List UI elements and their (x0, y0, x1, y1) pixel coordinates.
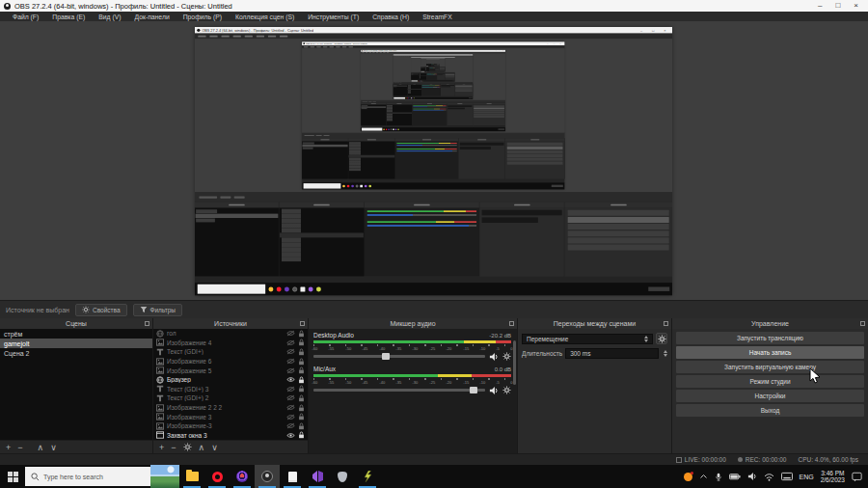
lock-icon[interactable] (298, 394, 305, 402)
volume-icon[interactable] (747, 472, 757, 481)
eye-hidden-icon[interactable] (286, 404, 295, 411)
channel-gear-icon[interactable] (502, 386, 511, 394)
language-indicator[interactable]: ENG (800, 474, 814, 480)
taskbar-app-visual-studio[interactable] (305, 465, 330, 488)
remove-scene-button[interactable]: − (17, 443, 22, 452)
source-row[interactable]: Изображение 5 (153, 366, 308, 375)
menu-item[interactable]: Правка (E) (45, 14, 92, 20)
menu-item[interactable]: Справка (H) (366, 14, 416, 20)
taskbar-app-opera[interactable] (204, 465, 230, 488)
duration-stepper[interactable] (664, 350, 667, 357)
weather-widget[interactable] (150, 465, 179, 488)
eye-hidden-icon[interactable] (286, 339, 295, 346)
scene-down-button[interactable]: ∨ (50, 443, 57, 452)
lock-icon[interactable] (298, 422, 305, 430)
source-row[interactable]: Текст (GDI+) (153, 347, 308, 357)
eye-hidden-icon[interactable] (286, 330, 295, 337)
source-row[interactable]: Изображение-3 (153, 421, 308, 431)
menu-item[interactable]: Коллекция сцен (S) (229, 14, 301, 20)
menu-item[interactable]: StreamFX (416, 14, 459, 20)
volume-slider[interactable] (313, 355, 485, 358)
dock-pin-icon[interactable] (300, 321, 305, 326)
controls-panel-header[interactable]: Управление (672, 318, 868, 329)
lock-icon[interactable] (298, 348, 305, 356)
menu-item[interactable]: Вид (V) (92, 14, 127, 20)
control-button[interactable]: Запустить виртуальную камеру (676, 361, 864, 373)
maximize-button[interactable]: □ (835, 0, 840, 12)
battery-icon[interactable] (729, 472, 741, 481)
taskbar-app-obs[interactable] (255, 465, 280, 488)
volume-slider[interactable] (313, 389, 485, 392)
speaker-icon[interactable] (489, 352, 499, 362)
source-row[interactable]: Изображение 2 2 2 (153, 403, 308, 413)
sources-panel-header[interactable]: Источники (153, 318, 308, 329)
menu-item[interactable]: Инструменты (T) (301, 14, 366, 20)
touch-keyboard-icon[interactable] (781, 472, 793, 481)
control-button[interactable]: Запустить трансляцию (676, 332, 864, 344)
taskbar-clock[interactable]: 3:46 PM 2/6/2023 (821, 470, 845, 484)
dock-pin-icon[interactable] (509, 321, 514, 326)
control-button[interactable]: Начать запись (676, 346, 864, 359)
add-source-button[interactable]: + (159, 443, 164, 452)
close-button[interactable]: × (854, 0, 858, 12)
menu-item[interactable]: Док-панели (127, 14, 176, 20)
lock-icon[interactable] (298, 339, 305, 346)
source-row[interactable]: Текст (GDI+) 2 (153, 393, 308, 403)
eye-open-icon[interactable] (286, 376, 295, 383)
lock-icon[interactable] (298, 366, 305, 374)
lock-icon[interactable] (298, 404, 305, 412)
source-row[interactable]: гол (153, 329, 308, 339)
speaker-icon[interactable] (489, 386, 499, 395)
eye-hidden-icon[interactable] (286, 394, 295, 401)
source-row[interactable]: Изображение 4 (153, 339, 308, 348)
transition-gear-button[interactable] (656, 333, 667, 344)
scene-row[interactable]: стрём (0, 329, 152, 339)
duration-input[interactable]: 300 ms (565, 348, 659, 359)
transitions-panel-header[interactable]: Переходы между сценами (518, 318, 671, 329)
network-icon[interactable] (764, 473, 774, 481)
scene-row[interactable]: Сцена 2 (0, 348, 152, 358)
eye-hidden-icon[interactable] (286, 367, 295, 374)
source-row[interactable]: Захват окна 3 (153, 431, 308, 440)
add-scene-button[interactable]: + (6, 443, 11, 452)
dock-pin-icon[interactable] (860, 321, 865, 326)
start-button[interactable] (0, 465, 25, 488)
channel-gear-icon[interactable] (502, 352, 511, 361)
taskbar-app-file-explorer[interactable] (179, 465, 204, 488)
scene-up-button[interactable]: ∧ (38, 443, 44, 452)
filters-button[interactable]: Фильтры (133, 304, 183, 316)
source-row[interactable]: Браузер (153, 375, 308, 385)
taskbar-app-media-player[interactable] (230, 465, 255, 488)
source-row[interactable]: Изображение 6 (153, 357, 308, 366)
source-up-button[interactable]: ∧ (199, 443, 205, 452)
dock-pin-icon[interactable] (145, 321, 149, 326)
lock-icon[interactable] (298, 376, 305, 384)
taskbar-app-notepad[interactable] (280, 465, 305, 488)
control-button[interactable]: Настройки (676, 390, 864, 402)
mixer-scrollbar[interactable] (513, 340, 516, 385)
mixer-panel-header[interactable]: Микшер аудио (309, 318, 517, 329)
eye-hidden-icon[interactable] (286, 358, 295, 365)
preview-area[interactable]: OBS 27.2.4 (64-bit, windows) - Профиль: … (0, 21, 868, 300)
taskbar-search[interactable]: Type here to search (25, 467, 150, 486)
eye-hidden-icon[interactable] (286, 348, 295, 355)
lock-icon[interactable] (298, 431, 305, 439)
minimize-button[interactable]: – (818, 0, 822, 12)
lock-icon[interactable] (298, 358, 305, 366)
lock-icon[interactable] (298, 385, 305, 393)
source-row[interactable]: Изображение 3 (153, 412, 308, 421)
background-app-icon[interactable] (684, 473, 692, 481)
chevron-up-icon[interactable] (699, 473, 708, 480)
eye-hidden-icon[interactable] (286, 414, 295, 420)
taskbar-app-shield[interactable] (330, 465, 355, 488)
source-properties-gear-icon[interactable] (183, 443, 192, 451)
microphone-icon[interactable] (715, 472, 722, 482)
dock-pin-icon[interactable] (664, 321, 668, 326)
menu-item[interactable]: Профиль (P) (176, 14, 229, 20)
taskbar-app-streamfx[interactable] (355, 465, 380, 488)
control-button[interactable]: Выход (676, 404, 864, 417)
transition-select[interactable]: Перемещение (522, 334, 653, 344)
eye-open-icon[interactable] (286, 432, 295, 439)
lock-icon[interactable] (298, 330, 305, 338)
properties-button[interactable]: Свойства (75, 304, 127, 316)
